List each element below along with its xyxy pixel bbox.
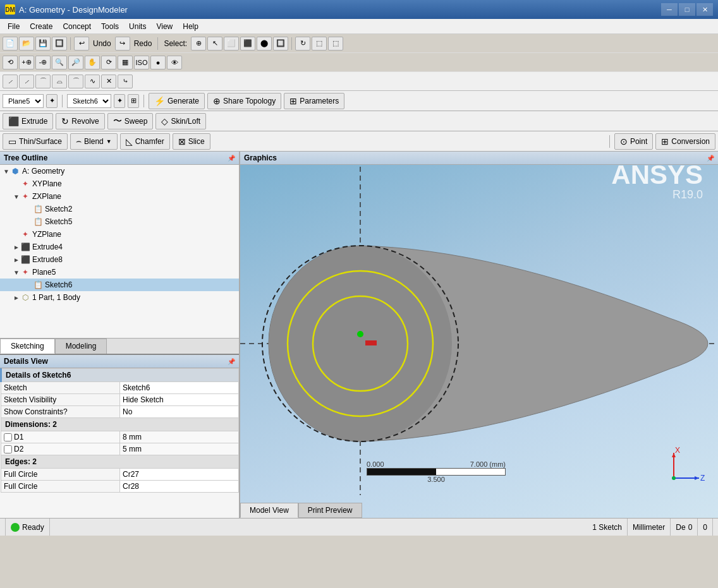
share-topology-button[interactable]: ⊕ Share Topology — [207, 93, 281, 109]
sketch2-icon: 📋 — [33, 204, 43, 214]
menu-help[interactable]: Help — [178, 21, 204, 32]
tree-item-xyplane[interactable]: ✦ XYPlane — [0, 177, 239, 190]
save-button[interactable]: 💾 — [35, 37, 51, 51]
menu-file[interactable]: File — [3, 21, 25, 32]
viewport-canvas[interactable] — [240, 167, 718, 495]
view-mode-1[interactable]: ⬚ — [312, 37, 327, 51]
sweep-button[interactable]: 〜 Sweep — [107, 113, 154, 129]
maximize-button[interactable]: □ — [679, 3, 695, 16]
tab-print-preview[interactable]: Print Preview — [298, 503, 362, 518]
close-button[interactable]: ✕ — [697, 3, 713, 16]
sketch-apply-button[interactable]: ⊞ — [128, 94, 139, 108]
undo-icon: ↩ — [79, 39, 85, 47]
tree-item-sketch2[interactable]: 📋 Sketch2 — [0, 203, 239, 215]
tree-item-yzplane[interactable]: ✦ YZPlane — [0, 228, 239, 241]
sketch-arc-2[interactable]: ⌓ — [52, 75, 67, 88]
details-constraints-value[interactable]: No — [120, 406, 239, 418]
sketch-point-btn[interactable]: ✕ — [101, 75, 116, 88]
tree-item-sketch6[interactable]: 📋 Sketch6 — [0, 279, 239, 291]
zoom-fit-button[interactable]: ⟲ — [3, 56, 18, 69]
expand-plane5[interactable]: ▼ — [13, 268, 20, 276]
menu-create[interactable]: Create — [25, 21, 58, 32]
details-sketch-value[interactable]: Sketch6 — [120, 382, 239, 394]
zoom-box-button[interactable]: 🔍 — [52, 56, 67, 69]
sketch-spline[interactable]: ⤷ — [118, 75, 133, 88]
minimize-button[interactable]: ─ — [661, 3, 678, 16]
chamfer-button[interactable]: ◺ Chamfer — [120, 133, 170, 150]
sketch-line-1[interactable]: ⟋ — [3, 75, 18, 88]
select-mode-3[interactable]: ⬜ — [224, 37, 239, 51]
new-plane-button[interactable]: ✦ — [46, 94, 58, 108]
graphics-pin[interactable]: 📌 — [707, 155, 714, 162]
thin-surface-button[interactable]: ▭ Thin/Surface — [3, 133, 68, 150]
point-button[interactable]: ⊙ Point — [614, 133, 653, 150]
sketch-curve-1[interactable]: ∿ — [85, 75, 100, 88]
plane-dropdown[interactable]: Plane5 — [3, 94, 44, 108]
skin-loft-button[interactable]: ◇ Skin/Loft — [155, 113, 206, 129]
select-mode-5[interactable]: ⬤ — [257, 37, 272, 51]
expand-extrude8[interactable]: ► — [13, 256, 20, 263]
details-visibility-value[interactable]: Hide Sketch — [120, 394, 239, 406]
open-button[interactable]: 📂 — [19, 37, 34, 51]
details-pin[interactable]: 📌 — [228, 358, 235, 365]
expand-extrude4[interactable]: ► — [13, 243, 20, 251]
import-button[interactable]: 🔲 — [52, 37, 67, 51]
expand-geometry[interactable]: ▼ — [3, 167, 10, 175]
tree-item-extrude4[interactable]: ► ⬛ Extrude4 — [0, 241, 239, 253]
tree-item-geometry[interactable]: ▼ ⬢ A: Geometry — [0, 165, 239, 177]
extrude-button[interactable]: ⬛ Extrude — [3, 113, 53, 129]
zoom-in-button[interactable]: +⊕ — [19, 56, 34, 69]
tab-modeling[interactable]: Modeling — [55, 339, 107, 354]
zoom-out-button[interactable]: -⊕ — [35, 56, 51, 69]
rotate3d-button[interactable]: ⟳ — [101, 56, 116, 69]
select-mode-6[interactable]: 🔲 — [273, 37, 288, 51]
sketch-arc-3[interactable]: ⌒ — [68, 75, 83, 88]
tree-item-sketch5[interactable]: 📋 Sketch5 — [0, 215, 239, 228]
menu-view[interactable]: View — [151, 21, 178, 32]
pan-button[interactable]: ✋ — [85, 56, 100, 69]
tab-model-view[interactable]: Model View — [240, 503, 298, 518]
new-sketch-button[interactable]: ✦ — [114, 94, 125, 108]
view-mode-2[interactable]: ⬚ — [328, 37, 343, 51]
select-mode-4[interactable]: ⬛ — [240, 37, 255, 51]
expand-zxplane[interactable]: ▼ — [13, 193, 20, 200]
sketch-arc-1[interactable]: ⌒ — [35, 75, 51, 88]
parameters-button[interactable]: ⊞ Parameters — [284, 93, 344, 109]
generate-button[interactable]: ⚡ Generate — [149, 93, 205, 109]
new-button[interactable]: 📄 — [3, 37, 18, 51]
redo-button[interactable]: ↪ — [115, 37, 130, 51]
view-iso-button[interactable]: ISO — [134, 56, 149, 69]
undo-button[interactable]: ↩ — [74, 37, 89, 51]
menu-concept[interactable]: Concept — [58, 21, 96, 32]
sketch-line-2[interactable]: ⟋ — [19, 75, 34, 88]
select-mode-2[interactable]: ↖ — [207, 37, 222, 51]
revolve-button[interactable]: ↻ Revolve — [56, 113, 104, 129]
dim-d2-checkbox[interactable] — [4, 445, 12, 453]
skin-loft-icon: ◇ — [161, 116, 168, 126]
expand-1part[interactable]: ► — [13, 294, 20, 301]
conversion-button[interactable]: ⊞ Conversion — [655, 133, 715, 150]
view-front-button[interactable]: ▦ — [118, 56, 133, 69]
dim-d1-checkbox[interactable] — [4, 433, 12, 441]
dim-d2-value[interactable]: 5 mm — [120, 443, 239, 455]
select-mode-1[interactable]: ⊕ — [191, 37, 206, 51]
edge-cr28-value[interactable]: Cr28 — [120, 481, 239, 493]
view-point-button[interactable]: ● — [150, 56, 166, 69]
tree-item-extrude8[interactable]: ► ⬛ Extrude8 — [0, 253, 239, 266]
blend-button[interactable]: ⌢ Blend ▼ — [70, 133, 118, 150]
menu-tools[interactable]: Tools — [96, 21, 124, 32]
rotate-button[interactable]: ↻ — [295, 37, 310, 51]
tree-item-1part[interactable]: ► ⬡ 1 Part, 1 Body — [0, 291, 239, 304]
edge-cr27-value[interactable]: Cr27 — [120, 469, 239, 481]
graphics-panel[interactable]: Graphics 📌 ANSYS R19.0 — [240, 152, 718, 518]
tab-sketching[interactable]: Sketching — [0, 339, 55, 354]
dim-d1-value[interactable]: 8 mm — [120, 431, 239, 443]
zoom-all-button[interactable]: 🔎 — [68, 56, 83, 69]
menu-units[interactable]: Units — [124, 21, 151, 32]
sketch-dropdown[interactable]: Sketch6 — [67, 94, 111, 108]
view-look-button[interactable]: 👁 — [167, 56, 182, 69]
slice-button[interactable]: ⊠ Slice — [173, 133, 210, 150]
tree-item-plane5[interactable]: ▼ ✦ Plane5 — [0, 266, 239, 279]
tree-item-zxplane[interactable]: ▼ ✦ ZXPlane — [0, 190, 239, 203]
tree-pin[interactable]: 📌 — [228, 155, 235, 162]
